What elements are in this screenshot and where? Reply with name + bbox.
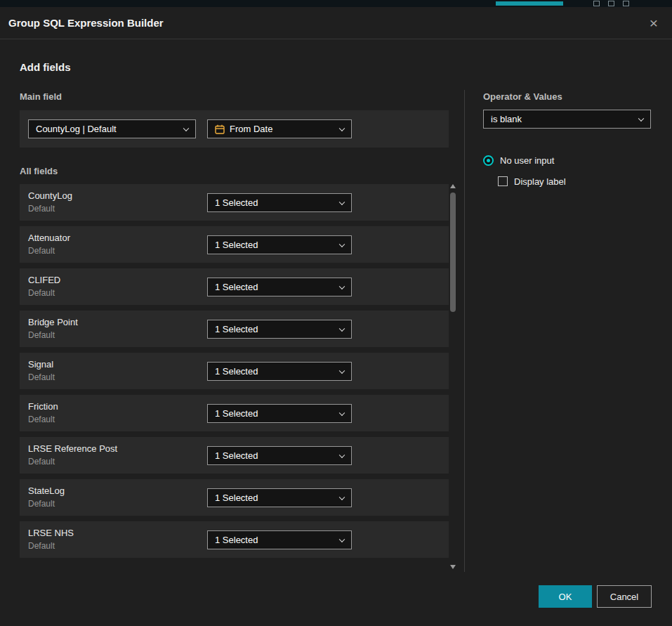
field-sublabel: Default [28, 499, 55, 509]
calendar-icon [215, 124, 225, 134]
field-name: CountyLog [28, 190, 72, 201]
scrollbar-thumb[interactable] [450, 193, 456, 312]
dropdown-value: 1 Selected [215, 493, 258, 503]
field-row: CountyLog Default 1 Selected [20, 184, 449, 221]
field-row: Signal Default 1 Selected [20, 353, 449, 389]
main-source-dropdown[interactable]: CountyLog | Default [28, 119, 196, 138]
field-row: StateLog Default 1 Selected [20, 479, 449, 516]
chevron-down-icon [339, 367, 345, 373]
ok-button[interactable]: OK [539, 585, 592, 608]
field-selection-dropdown[interactable]: 1 Selected [207, 404, 352, 423]
main-date-field-dropdown[interactable]: From Date [207, 119, 352, 138]
scroll-up-arrow-icon[interactable] [450, 184, 456, 188]
add-fields-heading: Add fields [20, 61, 71, 73]
field-sublabel: Default [28, 372, 55, 382]
dropdown-value: 1 Selected [215, 324, 258, 334]
field-name: LRSE Reference Post [28, 443, 117, 454]
field-name: Attenuator [28, 233, 70, 243]
field-selection-dropdown[interactable]: 1 Selected [207, 235, 352, 254]
cancel-button[interactable]: Cancel [597, 585, 652, 608]
operator-values-label: Operator & Values [483, 91, 562, 102]
all-fields-list: CountyLog Default 1 Selected Attenuator … [20, 184, 449, 563]
chevron-down-icon [339, 494, 345, 500]
obscured-toolbar-icon [623, 1, 629, 6]
dropdown-value: CountyLog | Default [36, 124, 117, 134]
dropdown-value: From Date [230, 124, 272, 134]
chevron-down-icon [339, 410, 345, 415]
chevron-down-icon [339, 536, 345, 542]
field-sublabel: Default [28, 330, 55, 340]
screen: Group SQL Expression Builder × Add field… [0, 0, 672, 626]
field-name: CLIFED [28, 275, 60, 285]
chevron-down-icon [183, 125, 189, 131]
close-icon[interactable]: × [645, 15, 662, 32]
display-label-option[interactable]: Display label [498, 176, 566, 187]
dropdown-value: 1 Selected [215, 282, 258, 292]
field-name: LRSE NHS [28, 528, 74, 538]
field-selection-dropdown[interactable]: 1 Selected [207, 530, 352, 549]
scroll-down-arrow-icon[interactable] [450, 565, 456, 569]
radio-selected-icon[interactable] [483, 155, 494, 166]
field-row: LRSE Reference Post Default 1 Selected [20, 437, 449, 474]
field-sublabel: Default [28, 204, 55, 214]
dropdown-value: 1 Selected [215, 366, 258, 377]
main-field-panel: CountyLog | Default From Date [20, 110, 449, 148]
group-sql-expression-builder-dialog: Group SQL Expression Builder × Add field… [0, 7, 672, 626]
field-row: CLIFED Default 1 Selected [20, 268, 449, 305]
list-scrollbar[interactable] [449, 183, 457, 570]
field-row: LRSE NHS Default 1 Selected [20, 521, 449, 558]
no-user-input-option[interactable]: No user input [483, 154, 554, 167]
field-name: Signal [28, 359, 53, 370]
field-sublabel: Default [28, 288, 55, 298]
field-name: Bridge Point [28, 317, 78, 327]
field-sublabel: Default [28, 415, 55, 424]
obscured-link-text [496, 1, 563, 6]
operator-dropdown[interactable]: is blank [483, 110, 651, 129]
field-selection-dropdown[interactable]: 1 Selected [207, 278, 352, 296]
chevron-down-icon [339, 199, 345, 204]
field-row: Attenuator Default 1 Selected [20, 226, 449, 263]
field-selection-dropdown[interactable]: 1 Selected [207, 193, 352, 212]
dropdown-value: 1 Selected [215, 197, 258, 208]
field-sublabel: Default [28, 457, 55, 467]
dialog-title: Group SQL Expression Builder [8, 7, 164, 39]
field-sublabel: Default [28, 246, 55, 256]
dropdown-value: 1 Selected [215, 408, 258, 419]
field-sublabel: Default [28, 541, 55, 551]
field-row: Friction Default 1 Selected [20, 395, 449, 431]
all-fields-label: All fields [20, 166, 58, 176]
chevron-down-icon [339, 452, 345, 457]
chevron-down-icon [339, 125, 345, 131]
obscured-toolbar-icon [608, 1, 614, 6]
field-name: StateLog [28, 485, 65, 496]
dialog-header: Group SQL Expression Builder × [0, 7, 672, 39]
chevron-down-icon [638, 115, 644, 121]
dropdown-value: is blank [491, 114, 522, 124]
main-field-label: Main field [20, 91, 62, 102]
checkbox-label: Display label [514, 176, 566, 187]
field-selection-dropdown[interactable]: 1 Selected [207, 488, 352, 507]
field-selection-dropdown[interactable]: 1 Selected [207, 362, 352, 381]
radio-label: No user input [500, 155, 554, 166]
field-name: Friction [28, 401, 58, 412]
obscured-toolbar-icon [593, 1, 600, 6]
column-divider [464, 90, 465, 572]
dropdown-value: 1 Selected [215, 240, 258, 250]
field-row: Bridge Point Default 1 Selected [20, 311, 449, 347]
field-selection-dropdown[interactable]: 1 Selected [207, 320, 352, 339]
dropdown-value: 1 Selected [215, 535, 258, 545]
obscured-background-strip [0, 0, 672, 7]
chevron-down-icon [339, 241, 345, 247]
field-selection-dropdown[interactable]: 1 Selected [207, 446, 352, 465]
checkbox-unchecked-icon[interactable] [498, 176, 508, 186]
chevron-down-icon [339, 283, 345, 289]
dropdown-value: 1 Selected [215, 450, 258, 461]
chevron-down-icon [339, 325, 345, 331]
